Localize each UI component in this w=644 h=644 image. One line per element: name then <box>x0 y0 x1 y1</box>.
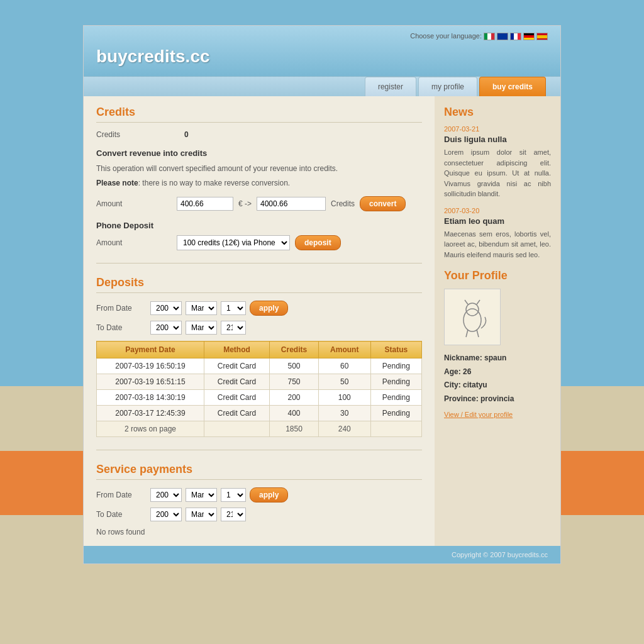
service-from-label: From Date <box>96 491 147 499</box>
flag-germany[interactable] <box>523 33 535 40</box>
tab-my-profile[interactable]: my profile <box>418 77 477 96</box>
edit-profile-link[interactable]: View / Edit your profile <box>444 411 513 418</box>
deposits-from-row: From Date 2007 Mar 1 apply <box>96 301 422 316</box>
convert-title: Convert revenue into credits <box>96 148 422 158</box>
cell-credits: 750 <box>270 374 319 390</box>
cell-credits: 200 <box>270 390 319 406</box>
cell-method: Credit Card <box>204 406 269 421</box>
header: Choose your language: buycredits.cc <box>84 26 560 76</box>
convert-note: Please note: there is no way to make rev… <box>96 177 422 189</box>
tab-register[interactable]: register <box>365 77 416 96</box>
copyright: Copyright © 2007 buycredits.cc <box>452 551 548 558</box>
profile-section: Your Profile <box>444 269 551 419</box>
convert-form-row: Amount € -> Credits convert <box>96 196 422 211</box>
service-day-to[interactable]: 21 <box>221 508 246 521</box>
no-rows-message: No rows found <box>96 528 422 536</box>
province-label: Province: <box>444 394 479 403</box>
cell-method: Credit Card <box>204 374 269 390</box>
col-payment-date: Payment Date <box>97 341 204 358</box>
service-year-from[interactable]: 2007 <box>150 488 182 502</box>
tab-buy-credits[interactable]: buy credits <box>479 77 546 96</box>
news-headline-2: Etiam leo quam <box>444 216 551 226</box>
city-value: citatyu <box>463 380 487 389</box>
deposits-year-from[interactable]: 2007 <box>150 301 182 315</box>
flag-spain[interactable] <box>536 33 548 40</box>
language-flags <box>484 33 548 40</box>
cell-method: Credit Card <box>204 390 269 406</box>
convert-button[interactable]: convert <box>360 196 406 211</box>
news-item-1: 2007-03-21 Duis ligula nulla Lorem ipsum… <box>444 125 551 199</box>
cell-amount: 100 <box>318 390 370 406</box>
deposits-to-label: To Date <box>96 323 147 332</box>
province-value: provincia <box>480 394 514 403</box>
table-row: 2007-03-18 14:30:19 Credit Card 200 100 … <box>97 390 422 406</box>
profile-province-row: Province: provincia <box>444 392 551 406</box>
amount-input[interactable] <box>177 197 233 211</box>
table-row: 2007-03-19 16:50:19 Credit Card 500 60 P… <box>97 358 422 374</box>
age-label: Age: <box>444 367 461 376</box>
service-to-row: To Date 2007 Mar 21 <box>96 508 422 521</box>
credits-value: 0 <box>184 130 189 139</box>
profile-nickname-row: Nickname: spaun <box>444 352 551 365</box>
cell-date: 2007-03-18 14:30:19 <box>97 390 204 406</box>
deposits-year-to[interactable]: 2007 <box>150 321 182 335</box>
table-header-row: Payment Date Method Credits Amount Statu… <box>97 341 422 358</box>
summary-total-amount: 240 <box>318 421 370 437</box>
col-status: Status <box>370 341 421 358</box>
content-wrapper: Credits Credits 0 Convert revenue into c… <box>84 96 560 546</box>
cell-amount: 50 <box>318 374 370 390</box>
phone-deposit-section: Phone Deposit Amount 100 credits (12€) v… <box>96 221 422 250</box>
summary-total-credits: 1850 <box>270 421 319 437</box>
credits-row: Credits 0 <box>96 130 422 139</box>
flag-italy[interactable] <box>484 33 495 40</box>
main-container: Choose your language: buycredits.cc regi… <box>83 25 561 564</box>
phone-amount-select[interactable]: 100 credits (12€) via Phone 200 credits … <box>177 235 290 250</box>
service-apply-button[interactable]: apply <box>250 487 288 502</box>
service-payments-section: Service payments From Date 2007 Mar 1 ap… <box>96 463 422 536</box>
deposit-button[interactable]: deposit <box>295 235 341 250</box>
news-body-2: Maecenas sem eros, lobortis vel, laoreet… <box>444 229 551 260</box>
flag-france[interactable] <box>510 33 521 40</box>
service-title: Service payments <box>96 463 422 480</box>
language-bar: Choose your language: <box>96 32 548 40</box>
col-method: Method <box>204 341 269 358</box>
footer: Copyright © 2007 buycredits.cc <box>84 546 560 564</box>
main-content: Credits Credits 0 Convert revenue into c… <box>84 96 435 546</box>
cell-credits: 400 <box>270 406 319 421</box>
avatar-image <box>447 292 497 342</box>
credits-label2: Credits <box>331 199 355 208</box>
credits-converted-input[interactable] <box>257 197 326 211</box>
deposits-apply-button[interactable]: apply <box>250 301 288 316</box>
service-month-to[interactable]: Mar <box>186 508 217 521</box>
service-year-to[interactable]: 2007 <box>150 508 182 521</box>
deposits-section: Deposits From Date 2007 Mar 1 apply <box>96 276 422 437</box>
col-credits: Credits <box>270 341 319 358</box>
site-title: buycredits.cc <box>96 43 548 76</box>
sidebar: News 2007-03-21 Duis ligula nulla Lorem … <box>435 96 560 546</box>
profile-title: Your Profile <box>444 269 551 282</box>
flag-england[interactable] <box>497 33 508 40</box>
cell-method: Credit Card <box>204 358 269 374</box>
service-day-from[interactable]: 1 <box>221 488 246 502</box>
deposits-day-from[interactable]: 1 <box>221 301 246 315</box>
arrow-text: € -> <box>238 199 252 208</box>
deposits-month-to[interactable]: Mar <box>186 321 217 335</box>
deposits-title: Deposits <box>96 276 422 293</box>
table-row: 2007-03-19 16:51:15 Credit Card 750 50 P… <box>97 374 422 390</box>
summary-rows: 2 rows on page <box>97 421 204 437</box>
table-row: 2007-03-17 12:45:39 Credit Card 400 30 P… <box>97 406 422 421</box>
news-date-1: 2007-03-21 <box>444 125 551 133</box>
phone-deposit-title: Phone Deposit <box>96 221 422 230</box>
deposits-day-to[interactable]: 21 <box>221 321 246 335</box>
cell-date: 2007-03-19 16:51:15 <box>97 374 204 390</box>
cell-status: Pending <box>370 390 421 406</box>
divider-1 <box>96 263 422 264</box>
navigation: register my profile buy credits <box>84 76 560 96</box>
deposits-month-from[interactable]: Mar <box>186 301 217 315</box>
news-title: News <box>444 106 551 119</box>
news-headline-1: Duis ligula nulla <box>444 135 551 144</box>
service-month-from[interactable]: Mar <box>186 488 217 502</box>
col-amount: Amount <box>318 341 370 358</box>
cell-amount: 30 <box>318 406 370 421</box>
phone-amount-label: Amount <box>96 238 172 247</box>
